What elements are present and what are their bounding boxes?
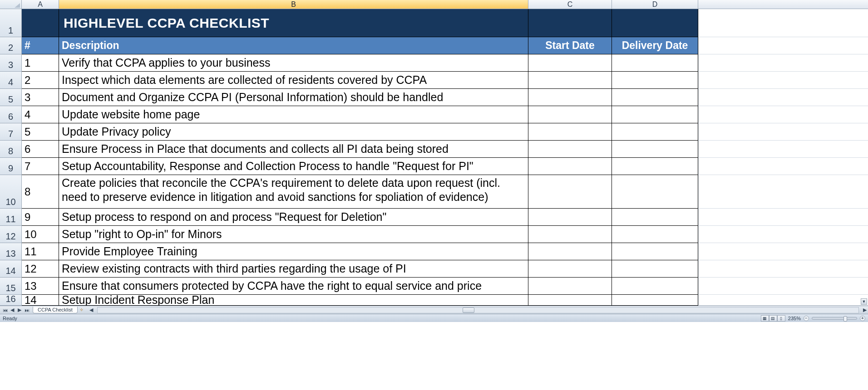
cell-extra[interactable] xyxy=(698,278,868,295)
cell-A7[interactable]: 5 xyxy=(22,123,59,141)
cell-C5[interactable] xyxy=(528,89,612,106)
cell-C11[interactable] xyxy=(528,209,612,226)
row-header[interactable]: 15 xyxy=(0,278,22,295)
insert-sheet-icon[interactable]: ✧ xyxy=(79,307,84,313)
cell-extra[interactable] xyxy=(698,123,868,141)
cell-A15[interactable]: 13 xyxy=(22,278,59,295)
cell-extra[interactable] xyxy=(698,89,868,106)
row-header[interactable]: 6 xyxy=(0,106,22,123)
row-header[interactable]: 8 xyxy=(0,141,22,158)
row-header[interactable]: 7 xyxy=(0,123,22,141)
cell-extra[interactable] xyxy=(698,72,868,89)
cell-B9[interactable]: Setup Accountability, Response and Colle… xyxy=(59,158,528,175)
cell-D5[interactable] xyxy=(612,89,698,106)
zoom-out-button[interactable]: − xyxy=(804,316,809,321)
cell-C7[interactable] xyxy=(528,123,612,141)
row-header[interactable]: 13 xyxy=(0,243,22,260)
cell-D11[interactable] xyxy=(612,209,698,226)
column-header-D[interactable]: D xyxy=(612,0,698,9)
cell-C14[interactable] xyxy=(528,260,612,278)
cell-B12[interactable]: Setup "right to Op-in" for Minors xyxy=(59,226,528,243)
row-header[interactable]: 2 xyxy=(0,37,22,54)
cell-B11[interactable]: Setup process to respond on and process … xyxy=(59,209,528,226)
cell-A5[interactable]: 3 xyxy=(22,89,59,106)
cell-extra[interactable] xyxy=(698,243,868,260)
cell-B3[interactable]: Verify that CCPA applies to your busines… xyxy=(59,54,528,72)
cell-D6[interactable] xyxy=(612,106,698,123)
cell-C2[interactable]: Start Date xyxy=(528,37,612,54)
cell-C15[interactable] xyxy=(528,278,612,295)
cell-B10[interactable]: Create policies that reconcile the CCPA'… xyxy=(59,175,528,209)
cell-A6[interactable]: 4 xyxy=(22,106,59,123)
row-header[interactable]: 16 xyxy=(0,295,22,306)
cell-D7[interactable] xyxy=(612,123,698,141)
cell-A10[interactable]: 8 xyxy=(22,175,59,209)
cell-B8[interactable]: Ensure Process in Place that documents a… xyxy=(59,141,528,158)
cell-C13[interactable] xyxy=(528,243,612,260)
column-header-C[interactable]: C xyxy=(528,0,612,9)
cell-C9[interactable] xyxy=(528,158,612,175)
zoom-in-button[interactable]: + xyxy=(860,316,865,321)
cell-A8[interactable]: 6 xyxy=(22,141,59,158)
row-header[interactable]: 10 xyxy=(0,175,22,209)
cell-C16[interactable] xyxy=(528,295,612,306)
cell-extra[interactable] xyxy=(698,9,868,37)
row-header[interactable]: 3 xyxy=(0,54,22,72)
cell-C4[interactable] xyxy=(528,72,612,89)
cell-A16[interactable]: 14 xyxy=(22,295,59,306)
cell-extra[interactable] xyxy=(698,226,868,243)
cell-C8[interactable] xyxy=(528,141,612,158)
row-header[interactable]: 1 xyxy=(0,9,22,37)
tab-nav-next-icon[interactable]: ▶ xyxy=(16,307,23,313)
cell-extra[interactable] xyxy=(698,158,868,175)
select-all-corner[interactable] xyxy=(0,0,22,9)
cell-A9[interactable]: 7 xyxy=(22,158,59,175)
cell-D14[interactable] xyxy=(612,260,698,278)
cell-A3[interactable]: 1 xyxy=(22,54,59,72)
horizontal-scroll-thumb[interactable] xyxy=(463,307,474,313)
cell-D10[interactable] xyxy=(612,175,698,209)
cell-B1[interactable]: HIGHLEVEL CCPA CHECKLIST xyxy=(59,9,528,37)
cell-A4[interactable]: 2 xyxy=(22,72,59,89)
cell-D15[interactable] xyxy=(612,278,698,295)
cell-D3[interactable] xyxy=(612,54,698,72)
cell-B4[interactable]: Inspect which data elements are collecte… xyxy=(59,72,528,89)
row-header[interactable]: 14 xyxy=(0,260,22,278)
cell-A14[interactable]: 12 xyxy=(22,260,59,278)
column-header-A[interactable]: A xyxy=(22,0,59,9)
cell-B2[interactable]: Description xyxy=(59,37,528,54)
view-page-break-icon[interactable]: ▯ xyxy=(777,315,785,322)
cell-extra[interactable] xyxy=(698,295,868,306)
cell-C12[interactable] xyxy=(528,226,612,243)
cell-D8[interactable] xyxy=(612,141,698,158)
cell-D13[interactable] xyxy=(612,243,698,260)
cell-C3[interactable] xyxy=(528,54,612,72)
vertical-scroll-down-arrow[interactable]: ▼ xyxy=(861,298,867,305)
hscroll-left-arrow-icon[interactable]: ◀ xyxy=(88,307,94,313)
row-header[interactable]: 5 xyxy=(0,89,22,106)
tab-nav-first-icon[interactable]: ⏮ xyxy=(2,307,8,313)
hscroll-right-arrow-icon[interactable]: ▶ xyxy=(862,307,868,313)
tab-nav-prev-icon[interactable]: ◀ xyxy=(9,307,15,313)
cell-D2[interactable]: Delivery Date xyxy=(612,37,698,54)
horizontal-scrollbar[interactable] xyxy=(97,307,859,313)
tab-nav-last-icon[interactable]: ⏭ xyxy=(24,307,30,313)
cell-D4[interactable] xyxy=(612,72,698,89)
cell-C6[interactable] xyxy=(528,106,612,123)
cell-extra[interactable] xyxy=(698,175,868,209)
cell-extra[interactable] xyxy=(698,106,868,123)
row-header[interactable]: 9 xyxy=(0,158,22,175)
cell-A12[interactable]: 10 xyxy=(22,226,59,243)
cell-B7[interactable]: Update Privacy policy xyxy=(59,123,528,141)
cell-D9[interactable] xyxy=(612,158,698,175)
zoom-slider-thumb[interactable] xyxy=(843,316,847,322)
row-header[interactable]: 11 xyxy=(0,209,22,226)
cell-D16[interactable] xyxy=(612,295,698,306)
cell-B5[interactable]: Document and Organize CCPA PI (Personal … xyxy=(59,89,528,106)
cell-extra[interactable] xyxy=(698,260,868,278)
cell-B13[interactable]: Provide Employee Training xyxy=(59,243,528,260)
cell-C10[interactable] xyxy=(528,175,612,209)
cell-A11[interactable]: 9 xyxy=(22,209,59,226)
cell-D1[interactable] xyxy=(612,9,698,37)
cell-A2[interactable]: # xyxy=(22,37,59,54)
